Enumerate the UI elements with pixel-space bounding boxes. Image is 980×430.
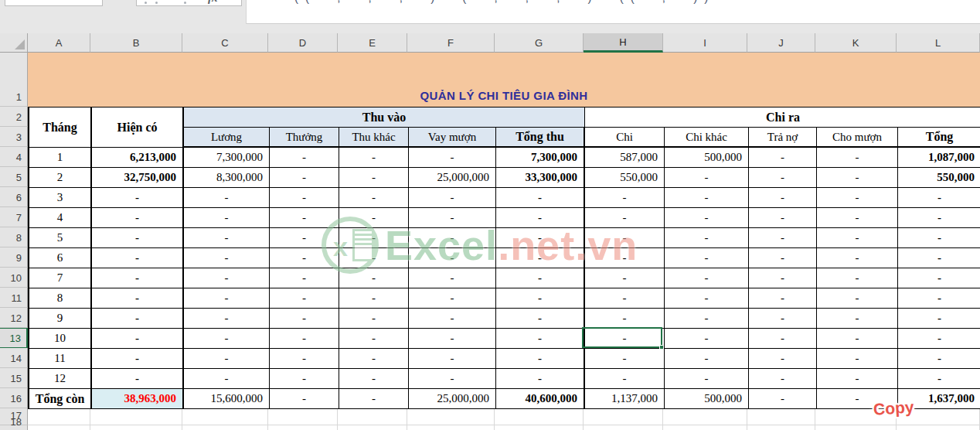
data-cell-r7c6[interactable]: - (496, 208, 585, 228)
data-cell-r6c0[interactable]: 3 (29, 188, 92, 208)
header-expense-group[interactable]: Chi ra (585, 108, 980, 128)
data-cell-r12c11[interactable]: - (898, 309, 980, 329)
data-cell-r14c0[interactable]: 11 (29, 349, 92, 369)
data-cell-r6c10[interactable]: - (817, 188, 898, 208)
data-cell-r10c6[interactable]: - (496, 268, 585, 288)
empty-cell[interactable] (268, 408, 338, 425)
data-cell-r5c0[interactable]: 2 (29, 168, 92, 188)
data-cell-r11c0[interactable]: 8 (29, 288, 92, 309)
data-cell-r7c8[interactable]: - (665, 208, 749, 228)
data-cell-r6c9[interactable]: - (749, 188, 817, 208)
empty-cell[interactable] (584, 408, 663, 425)
data-cell-r14c10[interactable]: - (817, 349, 898, 369)
empty-cell[interactable] (747, 408, 815, 425)
data-cell-r9c7[interactable]: - (585, 248, 665, 268)
column-header-D[interactable]: D (268, 33, 338, 53)
header-expense-1[interactable]: Chi khác (665, 128, 749, 148)
data-cell-r6c6[interactable]: - (496, 188, 585, 208)
data-cell-r8c2[interactable]: - (184, 228, 270, 248)
data-cell-r15c9[interactable]: - (749, 369, 817, 389)
row-header-16[interactable]: 16 (0, 388, 28, 408)
data-cell-r11c4[interactable]: - (339, 288, 409, 309)
empty-cell[interactable] (338, 408, 407, 425)
data-cell-r14c6[interactable]: - (496, 349, 585, 369)
data-cell-r8c10[interactable]: - (817, 228, 898, 248)
column-header-F[interactable]: F (407, 33, 495, 53)
data-cell-r14c7[interactable]: - (585, 349, 665, 369)
data-cell-r14c1[interactable]: - (92, 349, 184, 369)
data-cell-r15c5[interactable]: - (409, 369, 496, 389)
data-cell-r15c1[interactable]: - (92, 369, 184, 389)
data-cell-r10c7[interactable]: - (585, 268, 665, 288)
data-cell-r5c7[interactable]: 550,000 (585, 168, 665, 188)
insert-function-icon[interactable]: fx (208, 0, 218, 5)
select-all-corner[interactable] (0, 33, 28, 53)
row-header-7[interactable]: 7 (0, 207, 28, 227)
row-header-14[interactable]: 14 (0, 348, 28, 368)
header-income-group[interactable]: Thu vào (184, 108, 585, 128)
data-cell-r8c8[interactable]: - (665, 228, 749, 248)
row-header-9[interactable]: 9 (0, 247, 28, 268)
column-header-E[interactable]: E (338, 33, 407, 53)
enter-icon[interactable] (155, 2, 158, 4)
data-cell-r6c8[interactable]: - (665, 188, 749, 208)
empty-cell[interactable] (815, 425, 897, 430)
data-cell-r8c7[interactable]: - (585, 228, 665, 248)
data-cell-r8c11[interactable]: - (898, 228, 980, 248)
data-cell-r10c5[interactable]: - (409, 268, 496, 288)
data-cell-r15c7[interactable]: - (585, 369, 665, 389)
data-cell-r15c8[interactable]: - (665, 369, 749, 389)
data-cell-r7c10[interactable]: - (817, 208, 898, 228)
data-cell-r13c6[interactable]: - (496, 329, 585, 349)
data-cell-r8c9[interactable]: - (749, 228, 817, 248)
data-cell-r13c7[interactable]: - (585, 329, 665, 349)
total-cell-c3[interactable]: - (270, 389, 339, 409)
header-income-3[interactable]: Vay mượn (409, 128, 496, 148)
data-cell-r11c5[interactable]: - (409, 288, 496, 309)
column-header-I[interactable]: I (663, 33, 747, 53)
data-cell-r8c1[interactable]: - (92, 228, 184, 248)
row-header-13[interactable]: 13 (0, 328, 28, 348)
data-cell-r4c1[interactable]: 6,213,000 (92, 148, 184, 168)
row-header-11[interactable]: 11 (0, 288, 28, 308)
data-cell-r10c4[interactable]: - (339, 268, 409, 288)
total-cell-c2[interactable]: 15,600,000 (184, 389, 270, 409)
empty-cell[interactable] (268, 425, 338, 430)
header-available[interactable]: Hiện có (92, 108, 184, 148)
total-cell-c6[interactable]: 40,600,000 (496, 389, 585, 409)
data-cell-r7c9[interactable]: - (749, 208, 817, 228)
data-cell-r13c4[interactable]: - (339, 329, 409, 349)
column-header-K[interactable]: K (815, 33, 897, 53)
data-cell-r11c6[interactable]: - (496, 288, 585, 309)
header-income-2[interactable]: Thu khác (339, 128, 409, 148)
data-cell-r15c0[interactable]: 12 (29, 369, 92, 389)
row-header-2[interactable]: 2 (0, 107, 28, 127)
column-header-C[interactable]: C (182, 33, 268, 53)
data-cell-r4c7[interactable]: 587,000 (585, 148, 665, 168)
data-cell-r8c5[interactable]: - (409, 228, 496, 248)
data-cell-r4c8[interactable]: 500,000 (665, 148, 749, 168)
data-cell-r12c9[interactable]: - (749, 309, 817, 329)
data-cell-r4c5[interactable]: - (409, 148, 496, 168)
data-cell-r5c2[interactable]: 8,300,000 (184, 168, 270, 188)
row-header-5[interactable]: 5 (0, 167, 28, 187)
empty-cell[interactable] (495, 408, 584, 425)
data-cell-r6c7[interactable]: - (585, 188, 665, 208)
data-cell-r14c8[interactable]: - (665, 349, 749, 369)
empty-cell[interactable] (182, 408, 268, 425)
data-cell-r6c2[interactable]: - (184, 188, 270, 208)
data-cell-r12c7[interactable]: - (585, 309, 665, 329)
data-cell-r15c3[interactable]: - (270, 369, 339, 389)
data-cell-r4c9[interactable]: - (749, 148, 817, 168)
column-header-H[interactable]: H (584, 33, 663, 53)
data-cell-r13c8[interactable]: - (665, 329, 749, 349)
data-cell-r5c3[interactable]: - (270, 168, 339, 188)
total-cell-c5[interactable]: 25,000,000 (409, 389, 496, 409)
row-header-8[interactable]: 8 (0, 227, 28, 247)
row-header-10[interactable]: 10 (0, 268, 28, 288)
data-cell-r13c2[interactable]: - (184, 329, 270, 349)
row-header-12[interactable]: 12 (0, 308, 28, 328)
header-expense-4[interactable]: Tổng (898, 128, 980, 148)
data-cell-r6c11[interactable]: - (898, 188, 980, 208)
data-cell-r12c8[interactable]: - (665, 309, 749, 329)
